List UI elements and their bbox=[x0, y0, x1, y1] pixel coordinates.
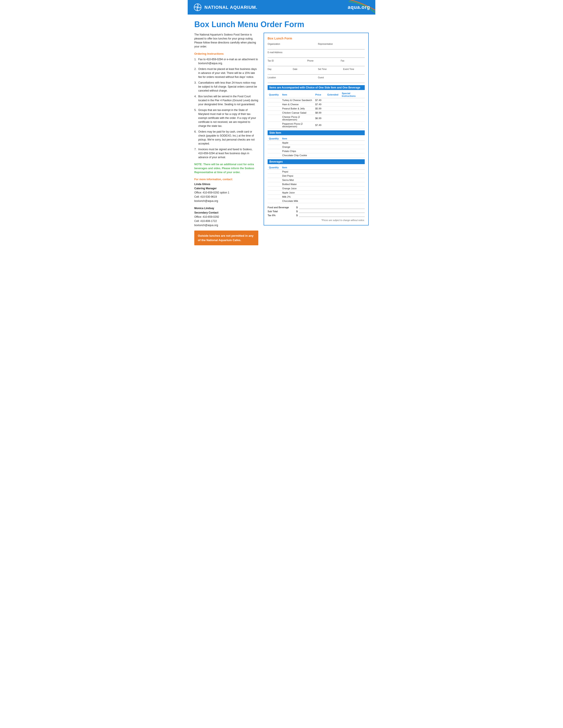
guest-field: Guest bbox=[318, 76, 365, 82]
qty-cell[interactable] bbox=[267, 153, 281, 158]
secondary-contact: Monica Lindsay Secondary Contact Office:… bbox=[194, 206, 258, 227]
qty-cell[interactable] bbox=[267, 111, 281, 115]
day-value[interactable] bbox=[267, 70, 289, 73]
note-text: NOTE: There will be an additional cost f… bbox=[194, 162, 258, 174]
location-value[interactable] bbox=[267, 79, 315, 82]
item-name-cell: Sierra Mist bbox=[281, 178, 365, 182]
email-value[interactable] bbox=[267, 54, 365, 57]
extended-cell[interactable] bbox=[326, 111, 341, 115]
primary-contact: Linda Glinos Catering Manager Office: 41… bbox=[194, 182, 258, 203]
special-cell[interactable] bbox=[341, 102, 365, 107]
list-item: 6.Orders may be paid for by cash, credit… bbox=[194, 130, 258, 146]
date-field: Date bbox=[293, 68, 315, 73]
date-value[interactable] bbox=[293, 70, 315, 73]
email-label: E-mail Address bbox=[267, 51, 365, 54]
special-cell[interactable] bbox=[341, 115, 365, 122]
qty-cell[interactable] bbox=[267, 170, 281, 174]
item-name-cell: Orange Juice bbox=[281, 186, 365, 191]
qty-cell[interactable] bbox=[267, 107, 281, 111]
qty-cell[interactable] bbox=[267, 178, 281, 182]
eventtime-value[interactable] bbox=[343, 70, 365, 73]
table-row: Diet Pepsi bbox=[267, 174, 365, 178]
representative-value[interactable] bbox=[318, 45, 365, 48]
extended-cell[interactable] bbox=[326, 122, 341, 129]
organization-value[interactable] bbox=[267, 45, 315, 48]
phone-value[interactable] bbox=[307, 62, 337, 65]
secondary-contact-name: Monica Lindsay bbox=[194, 206, 258, 210]
item-name-cell: Apple bbox=[281, 141, 365, 145]
day-label: Day bbox=[267, 68, 289, 70]
secondary-contact-role: Secondary Contact bbox=[194, 211, 258, 215]
representative-label: Representative bbox=[318, 43, 365, 45]
food-beverage-dollar: $ bbox=[296, 206, 298, 209]
location-label: Location bbox=[267, 76, 315, 79]
item-name-cell: Chocolate Milk bbox=[281, 199, 365, 203]
tax-dollar: $ bbox=[296, 214, 298, 217]
fax-value[interactable] bbox=[341, 62, 365, 65]
qty-cell[interactable] bbox=[267, 98, 281, 102]
tax-line[interactable] bbox=[299, 214, 365, 217]
form-panel: Box Lunch Form Organization Representati… bbox=[263, 33, 369, 225]
settime-label: Set Time bbox=[318, 68, 340, 70]
special-cell[interactable] bbox=[341, 107, 365, 111]
qty-cell[interactable] bbox=[267, 115, 281, 122]
guest-label: Guest bbox=[318, 76, 365, 79]
table-row: Turkey & Cheese Sandwich $7.49 bbox=[267, 98, 365, 102]
primary-contact-role: Catering Manager bbox=[194, 186, 258, 191]
price-note: *Prices are subject to change without no… bbox=[267, 219, 365, 221]
table-row: Orange bbox=[267, 145, 365, 149]
table-row: Pepsi bbox=[267, 170, 365, 174]
col-qty-header: Quantity bbox=[267, 91, 281, 98]
price-cell: $5.99 bbox=[314, 107, 326, 111]
special-cell[interactable] bbox=[341, 98, 365, 102]
item-name-cell: Diet Pepsi bbox=[281, 174, 365, 178]
taxid-value[interactable] bbox=[267, 62, 304, 65]
item-name-cell: Potato Chips bbox=[281, 149, 365, 153]
guest-value[interactable] bbox=[318, 79, 365, 82]
contact-heading: For more information, contact: bbox=[194, 177, 258, 181]
qty-cell[interactable] bbox=[267, 149, 281, 153]
qty-cell[interactable] bbox=[267, 145, 281, 149]
qty-cell[interactable] bbox=[267, 102, 281, 107]
extended-cell[interactable] bbox=[326, 107, 341, 111]
side-col-qty-header: Quantity bbox=[267, 137, 281, 141]
list-item: 4.Box lunches will be served in the Food… bbox=[194, 94, 258, 106]
qty-cell[interactable] bbox=[267, 174, 281, 178]
primary-contact-name: Linda Glinos bbox=[194, 182, 258, 186]
col-special-header: Special Instructions bbox=[341, 91, 365, 98]
taxid-label: Tax ID bbox=[267, 60, 304, 62]
location-guest-row: Location Guest bbox=[267, 76, 365, 83]
extended-cell[interactable] bbox=[326, 115, 341, 122]
qty-cell[interactable] bbox=[267, 186, 281, 191]
header: NATIONAL AQUARIUM. aqua.org bbox=[188, 0, 375, 15]
list-item: 5.Groups that are tax-exempt in the Stat… bbox=[194, 108, 258, 128]
bev-col-qty-header: Quantity bbox=[267, 165, 281, 170]
extended-cell[interactable] bbox=[326, 98, 341, 102]
qty-cell[interactable] bbox=[267, 141, 281, 145]
qty-cell[interactable] bbox=[267, 122, 281, 129]
extended-cell[interactable] bbox=[326, 102, 341, 107]
item-name-cell: Chocolate Chip Cookie bbox=[281, 153, 365, 158]
representative-field: Representative bbox=[318, 43, 365, 48]
item-name-cell: Pepsi bbox=[281, 170, 365, 174]
special-cell[interactable] bbox=[341, 122, 365, 129]
qty-cell[interactable] bbox=[267, 199, 281, 203]
qty-cell[interactable] bbox=[267, 182, 281, 186]
subtotal-line[interactable] bbox=[299, 210, 365, 213]
notice-box: Outside lunches are not permitted in any… bbox=[194, 231, 258, 245]
main-items-table: Quantity Item Price Extended Special Ins… bbox=[267, 91, 365, 129]
food-beverage-label: Food and Beverage bbox=[267, 206, 296, 209]
qty-cell[interactable] bbox=[267, 191, 281, 195]
item-name-cell: Orange bbox=[281, 145, 365, 149]
price-cell: $7.49 bbox=[314, 98, 326, 102]
page-title: Box Lunch Menu Order Form bbox=[194, 20, 369, 29]
day-date-time-row: Day Date Set Time Event Time bbox=[267, 68, 365, 75]
special-cell[interactable] bbox=[341, 111, 365, 115]
secondary-contact-cell: Cell: 410-808-1722 bbox=[194, 219, 258, 223]
table-row: Ham & Cheese $7.49 bbox=[267, 102, 365, 107]
qty-cell[interactable] bbox=[267, 195, 281, 199]
food-beverage-line[interactable] bbox=[299, 206, 365, 209]
item-name-cell: Bottled Water bbox=[281, 182, 365, 186]
day-field: Day bbox=[267, 68, 289, 73]
settime-value[interactable] bbox=[318, 70, 340, 73]
